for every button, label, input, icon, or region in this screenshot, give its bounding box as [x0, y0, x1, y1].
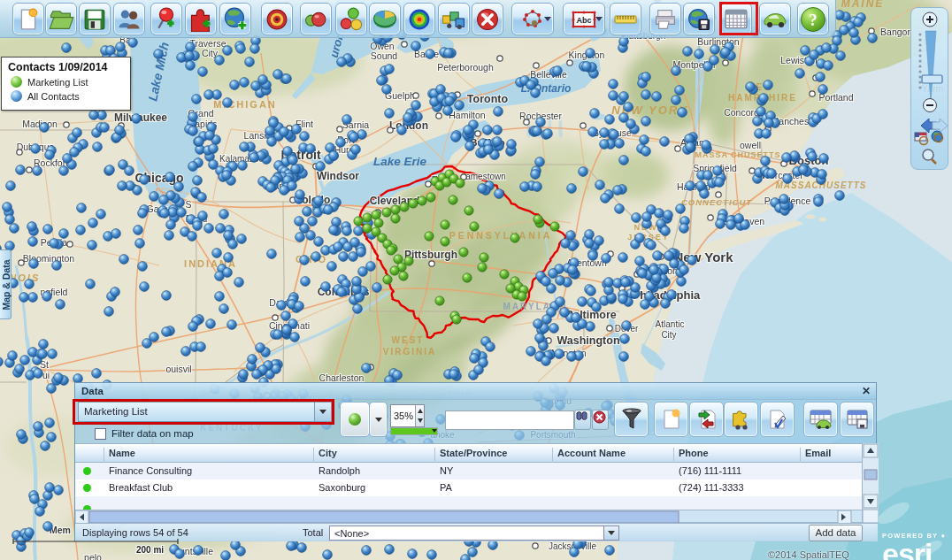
svg-text:WEST: WEST: [392, 335, 425, 345]
svg-text:VIRGINIA: VIRGINIA: [383, 347, 436, 357]
svg-text:Peterborough: Peterborough: [437, 62, 494, 73]
svg-text:200 mi: 200 mi: [136, 545, 164, 555]
svg-text:Atlantic: Atlantic: [656, 319, 685, 329]
svg-text:?: ?: [809, 11, 818, 29]
svg-text:Bangor: Bangor: [880, 27, 910, 37]
svg-text:S: S: [185, 199, 191, 210]
svg-text:Toronto: Toronto: [467, 93, 509, 105]
svg-text:amestown: amestown: [465, 172, 506, 181]
svg-text:Hamilton: Hamilton: [449, 110, 486, 120]
svg-text:owell: owell: [740, 140, 761, 150]
svg-text:MAINE: MAINE: [841, 0, 885, 10]
svg-text:Concord: Concord: [724, 107, 759, 118]
svg-text:Washington: Washington: [557, 334, 619, 347]
svg-text:ouisvil: ouisvil: [165, 364, 191, 374]
svg-text:CONNECTICUT: CONNECTICUT: [681, 197, 752, 207]
svg-text:City: City: [661, 330, 676, 340]
svg-text:Lake Erie: Lake Erie: [373, 155, 427, 168]
svg-text:PENNSYLVANIA: PENNSYLVANIA: [449, 230, 553, 241]
svg-text:Windsor: Windsor: [317, 170, 359, 182]
svg-text:ui: ui: [42, 370, 50, 380]
svg-text:Sound: Sound: [371, 50, 398, 61]
svg-text:Abc: Abc: [576, 16, 591, 25]
